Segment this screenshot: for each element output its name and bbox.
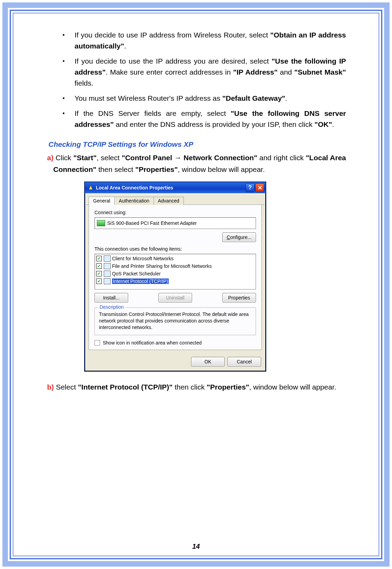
bullet-list: If you decide to use IP address from Wir…: [47, 30, 346, 130]
tabs: General Authentication Advanced: [86, 194, 265, 205]
list-item[interactable]: ✔ QoS Packet Scheduler: [96, 270, 255, 277]
text: fields.: [75, 79, 93, 87]
description-legend: Description: [98, 304, 125, 310]
label: OK: [204, 359, 211, 364]
text-bold: "Internet Protocol (TCP/IP)": [78, 383, 172, 391]
label: Install...: [103, 295, 120, 300]
service-icon: [104, 255, 111, 262]
connect-using-label: Connect using:: [94, 210, 256, 215]
dialog-body: General Authentication Advanced Connect …: [86, 194, 265, 370]
text: and: [278, 68, 294, 76]
list-item-label: Internet Protocol (TCP/IP): [112, 278, 169, 284]
text: and right click: [257, 154, 306, 162]
tab-panel-general: Connect using: SiS 900-Based PCI Fast Et…: [89, 205, 262, 350]
screenshot-dialog: Local Area Connection Properties ? ✕ Gen…: [84, 182, 346, 372]
text: .: [332, 120, 334, 128]
page-frame: If you decide to use IP address from Wir…: [0, 0, 392, 569]
tab-authentication[interactable]: Authentication: [114, 197, 154, 205]
list-item-label: QoS Packet Scheduler: [112, 271, 161, 276]
ok-button[interactable]: OK: [191, 357, 225, 366]
arrow-icon: →: [174, 154, 181, 162]
text: then click: [172, 383, 206, 391]
text: If you decide to use IP address from Wir…: [75, 31, 270, 39]
list-item-label: Client for Microsoft Networks: [112, 256, 173, 261]
close-icon: ✕: [258, 185, 262, 191]
bullet-item: If you decide to use IP address from Wir…: [47, 30, 346, 52]
text: If you decide to use the IP address you …: [75, 57, 272, 65]
text: and enter the DNS address is provided by…: [114, 120, 314, 128]
text: then select: [96, 165, 135, 173]
text: .: [285, 94, 287, 102]
checkbox-icon[interactable]: ✔: [96, 271, 102, 276]
step-letter: b): [47, 383, 54, 391]
bullet-item: If you decide to use the IP address you …: [47, 56, 346, 89]
checkbox-icon[interactable]: [94, 340, 100, 346]
dialog-buttons: OK Cancel: [86, 353, 265, 370]
cancel-button[interactable]: Cancel: [227, 357, 261, 366]
adapter-name: SiS 900-Based PCI Fast Ethernet Adapter: [107, 220, 197, 226]
page-number: 14: [0, 543, 392, 550]
window-title: Local Area Connection Properties: [96, 185, 173, 190]
label: Cancel: [237, 359, 252, 364]
text: .: [124, 42, 126, 50]
show-icon-checkbox-row[interactable]: Show icon in notification area when conn…: [94, 340, 256, 346]
label: Uninstall: [166, 295, 184, 300]
text: , select: [97, 154, 122, 162]
text-bold: "Default Gateway": [222, 94, 285, 102]
description-text: Transmission Control Protocol/Internet P…: [99, 311, 251, 331]
properties-button[interactable]: Properties: [222, 293, 256, 303]
local-area-connection-properties-dialog: Local Area Connection Properties ? ✕ Gen…: [84, 182, 266, 372]
text-bold: "Control Panel: [122, 154, 174, 162]
list-item[interactable]: ✔ File and Printer Sharing for Microsoft…: [96, 262, 255, 270]
network-icon: [88, 185, 94, 191]
section-heading: Checking TCP/IP Settings for Windows XP: [48, 140, 346, 149]
text: , window below will appear.: [178, 165, 265, 173]
adapter-field: SiS 900-Based PCI Fast Ethernet Adapter: [94, 217, 256, 229]
text-bold: Network Connection": [181, 154, 257, 162]
checkbox-icon[interactable]: ✔: [96, 278, 102, 284]
uninstall-button[interactable]: Uninstall: [158, 293, 192, 303]
install-button[interactable]: Install...: [94, 293, 128, 303]
text-bold: "Subnet Mask": [294, 68, 346, 76]
bullet-item: You must set Wireless Router's IP addres…: [47, 93, 346, 104]
help-button[interactable]: ?: [246, 183, 255, 192]
service-icon: [104, 263, 111, 269]
bullet-item: If the DNS Server fields are empty, sele…: [47, 108, 346, 130]
nic-icon: [97, 220, 105, 226]
list-item-label: File and Printer Sharing for Microsoft N…: [112, 263, 212, 269]
description-fieldset: Description Transmission Control Protoco…: [94, 307, 256, 335]
page-content: If you decide to use IP address from Wir…: [47, 30, 346, 398]
show-icon-label: Show icon in notification area when conn…: [103, 340, 202, 346]
text-bold: "Properties": [207, 383, 249, 391]
text: You must set Wireless Router's IP addres…: [75, 94, 222, 102]
connection-items-listbox[interactable]: ✔ Client for Microsoft Networks ✔ File a…: [94, 254, 256, 289]
configure-button[interactable]: Configure...: [222, 232, 256, 242]
text-bold: "IP Address": [233, 68, 277, 76]
text: Select: [54, 383, 78, 391]
service-icon: [104, 271, 111, 277]
items-label: This connection uses the following items…: [94, 246, 256, 252]
text-bold: "Start": [73, 154, 97, 162]
titlebar[interactable]: Local Area Connection Properties ? ✕: [85, 182, 266, 193]
text: . Make sure enter correct addresses in: [106, 68, 233, 76]
step-a: a) Click "Start", select "Control Panel …: [47, 152, 346, 175]
tab-advanced[interactable]: Advanced: [154, 197, 184, 205]
label: onfigure...: [230, 234, 251, 240]
step-b: b) Select "Internet Protocol (TCP/IP)" t…: [47, 381, 346, 393]
text-bold: "Properties": [135, 165, 178, 173]
list-item-tcpip[interactable]: ✔ Internet Protocol (TCP/IP): [96, 277, 255, 285]
help-icon: ?: [248, 185, 252, 191]
checkbox-icon[interactable]: ✔: [96, 256, 102, 261]
text: , window below will appear.: [249, 383, 336, 391]
close-button[interactable]: ✕: [255, 183, 264, 192]
label: Properties: [228, 295, 250, 300]
checkbox-icon[interactable]: ✔: [96, 263, 102, 269]
text: Click: [54, 154, 74, 162]
text-bold: "OK": [314, 120, 332, 128]
list-item[interactable]: ✔ Client for Microsoft Networks: [96, 255, 255, 262]
protocol-icon: [104, 278, 111, 284]
step-letter: a): [47, 154, 54, 162]
tab-general[interactable]: General: [89, 197, 115, 205]
text: If the DNS Server fields are empty, sele…: [75, 109, 231, 117]
